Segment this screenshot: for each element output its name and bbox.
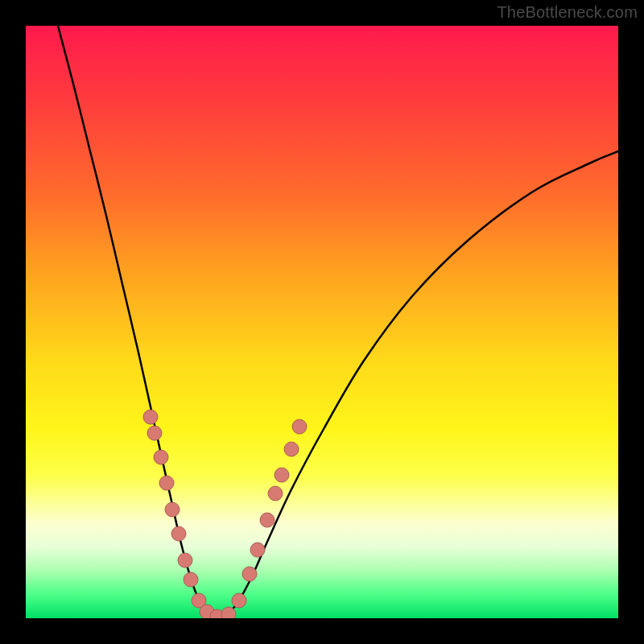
sample-marker	[154, 450, 168, 464]
sample-marker	[165, 502, 180, 517]
sample-marker	[275, 468, 289, 482]
sample-marker	[242, 567, 257, 581]
sample-marker	[178, 553, 192, 568]
sample-marker	[292, 419, 307, 434]
sample-marker	[232, 593, 246, 608]
sample-markers	[143, 410, 307, 618]
sample-marker	[260, 513, 275, 527]
sample-marker	[250, 543, 265, 557]
curve-svg	[26, 26, 618, 618]
sample-marker	[221, 607, 236, 618]
sample-marker	[268, 486, 283, 501]
watermark-text: TheBottleneck.com	[497, 3, 638, 22]
sample-marker	[184, 572, 198, 587]
sample-marker	[147, 426, 162, 440]
sample-marker	[143, 410, 158, 424]
curve-right-branch	[219, 151, 618, 618]
curve-left-branch	[58, 26, 219, 618]
sample-marker	[284, 442, 299, 456]
plot-area	[26, 26, 618, 618]
sample-marker	[159, 476, 174, 490]
chart-frame: TheBottleneck.com	[0, 0, 644, 644]
sample-marker	[171, 526, 186, 541]
